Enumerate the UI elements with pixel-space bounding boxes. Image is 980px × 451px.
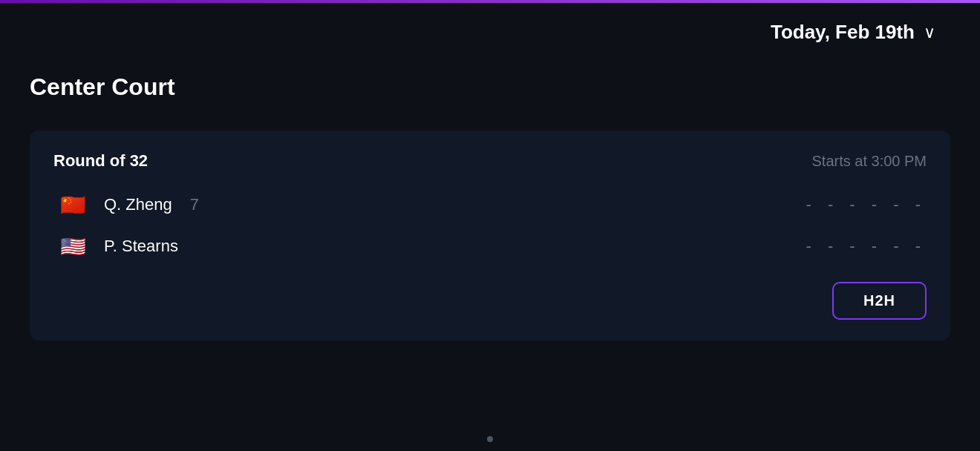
player2-row: 🇺🇸 P. Stearns - - - - - - [53, 226, 927, 267]
date-text: Today, Feb 19th [771, 21, 915, 44]
match-card: Round of 32 Starts at 3:00 PM 🇨🇳 Q. Zhen… [30, 131, 950, 340]
round-label: Round of 32 [53, 151, 148, 171]
main-content: Center Court Round of 32 Starts at 3:00 … [0, 59, 980, 355]
player2-info: 🇺🇸 P. Stearns [53, 233, 196, 260]
court-title: Center Court [30, 73, 950, 101]
player2-name: P. Stearns [104, 237, 178, 256]
match-footer: H2H [53, 282, 927, 320]
match-header: Round of 32 Starts at 3:00 PM [53, 151, 927, 171]
header: Today, Feb 19th ∨ [0, 0, 980, 59]
player1-flag: 🇨🇳 [53, 191, 92, 218]
player1-score: - - - - - - [806, 195, 927, 214]
player1-name: Q. Zheng [104, 195, 172, 214]
date-selector[interactable]: Today, Feb 19th ∨ [771, 21, 935, 44]
player2-score: - - - - - - [806, 237, 927, 256]
player1-info: 🇨🇳 Q. Zheng 7 [53, 191, 199, 218]
scroll-indicator [487, 436, 493, 442]
chevron-down-icon: ∨ [924, 23, 935, 42]
player2-flag: 🇺🇸 [53, 233, 92, 260]
h2h-button[interactable]: H2H [832, 282, 927, 320]
top-progress-bar [0, 0, 980, 3]
player1-seed: 7 [190, 195, 199, 214]
player1-row: 🇨🇳 Q. Zheng 7 - - - - - - [53, 184, 927, 226]
start-time: Starts at 3:00 PM [811, 153, 927, 170]
players-section: 🇨🇳 Q. Zheng 7 - - - - - - 🇺🇸 P. Stearns … [53, 184, 927, 267]
